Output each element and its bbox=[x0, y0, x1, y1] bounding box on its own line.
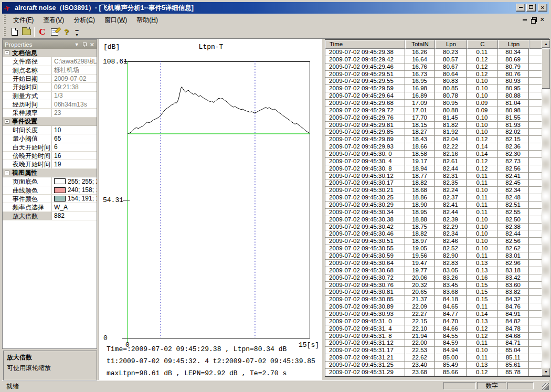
table-scrollbar[interactable]: ▲ ▼ bbox=[542, 40, 550, 376]
table-row[interactable]: 2009-07-02 09:45:29.8918.4382.040.1282.1… bbox=[325, 136, 542, 143]
property-row[interactable]: 开始时间09:21:38 bbox=[3, 83, 97, 91]
scroll-down-arrow-icon[interactable]: ▼ bbox=[542, 368, 550, 376]
property-row[interactable]: 放大倍数882 bbox=[3, 212, 97, 220]
property-value[interactable]: 16 bbox=[52, 152, 97, 160]
help-button[interactable]: ? bbox=[60, 26, 72, 38]
menubar-grip[interactable] bbox=[4, 15, 6, 24]
property-value[interactable]: 2009-07-02 bbox=[52, 75, 97, 82]
column-header-lpn[interactable]: Lpn bbox=[435, 40, 467, 49]
table-row[interactable]: 2009-07-02 09:45:29.3816.2680.230.1180.3… bbox=[325, 49, 542, 56]
menu-item-analysis[interactable]: 分析(C) bbox=[69, 15, 100, 25]
property-value[interactable]: 6 bbox=[52, 143, 97, 151]
table-row[interactable]: 2009-07-02 09:45:29.5516.9580.830.1080.9… bbox=[325, 78, 542, 85]
panel-pin-icon[interactable] bbox=[82, 42, 87, 47]
minimize-button[interactable] bbox=[516, 4, 525, 12]
table-row[interactable]: 2009-07-02 09:45:29.8518.2781.920.1082.0… bbox=[325, 129, 542, 136]
table-row[interactable]: 2009-07-02 09:45:30.2918.9082.410.1182.5… bbox=[325, 202, 542, 209]
table-row[interactable]: 2009-07-02 09:45:31. 821.9484.550.1284.6… bbox=[325, 333, 542, 340]
property-value[interactable]: C:\awa6298\机场 bbox=[52, 57, 97, 65]
menu-item-help[interactable]: 帮助(H) bbox=[132, 15, 163, 25]
property-row[interactable]: 文件路径C:\awa6298\机场 bbox=[3, 57, 97, 66]
property-row[interactable]: 采样频率23 bbox=[3, 109, 97, 117]
table-row[interactable]: 2009-07-02 09:45:30.2118.6882.240.1082.3… bbox=[325, 187, 542, 194]
property-row[interactable]: 测量方式1/3 bbox=[3, 92, 97, 100]
table-row[interactable]: 2009-07-02 09:45:31.2122.6285.000.1185.1… bbox=[325, 354, 542, 362]
collapse-minus-icon[interactable]: − bbox=[5, 119, 9, 124]
scrollbar-thumb[interactable] bbox=[542, 49, 550, 89]
property-row[interactable]: 经历时间06h34m13s bbox=[3, 100, 97, 109]
column-header-ltpn[interactable]: Ltpn bbox=[498, 40, 529, 49]
panel-close-icon[interactable]: ✕ bbox=[90, 42, 94, 47]
table-row[interactable]: 2009-07-02 09:45:31. 422.1084.660.1284.7… bbox=[325, 325, 542, 333]
property-value[interactable]: 10 bbox=[52, 126, 97, 134]
mdi-close-icon[interactable]: ✕ bbox=[540, 15, 545, 24]
properties-button[interactable] bbox=[48, 26, 60, 38]
table-row[interactable]: 2009-07-02 09:45:30.1218.7782.310.1182.4… bbox=[325, 173, 542, 180]
property-row[interactable]: 夜晚开始时间19 bbox=[3, 160, 97, 168]
table-row[interactable]: 2009-07-02 09:45:30.5519.0582.520.1082.6… bbox=[325, 245, 542, 252]
close-button[interactable]: ✕ bbox=[538, 4, 547, 12]
table-row[interactable]: 2009-07-02 09:45:30.8922.0984.650.1184.7… bbox=[325, 303, 542, 311]
table-row[interactable]: 2009-07-02 09:45:29.5116.7380.640.1280.7… bbox=[325, 71, 542, 78]
table-row[interactable]: 2009-07-02 09:45:30.1718.8282.350.1182.4… bbox=[325, 179, 542, 187]
property-value[interactable]: W_A bbox=[52, 203, 97, 211]
property-value[interactable]: 09:21:38 bbox=[52, 83, 97, 91]
table-row[interactable]: 2009-07-02 09:45:29.5916.9880.850.1080.9… bbox=[325, 85, 542, 92]
resize-grip[interactable] bbox=[542, 383, 549, 390]
property-row[interactable]: 曲线颜色240; 158; 158 bbox=[3, 186, 97, 195]
table-row[interactable]: 2009-07-02 09:45:29.4216.6480.570.1280.6… bbox=[325, 56, 542, 63]
property-row[interactable]: 页面底色255; 255; 255 bbox=[3, 177, 97, 186]
table-row[interactable]: 2009-07-02 09:45:31.1222.0084.590.1184.7… bbox=[325, 340, 542, 347]
property-value[interactable]: 栎社机场 bbox=[52, 66, 97, 74]
menu-item-view[interactable]: 查看(V) bbox=[38, 15, 69, 25]
table-row[interactable]: 2009-07-02 09:45:31.2923.6885.660.1285.7… bbox=[325, 369, 542, 376]
property-row[interactable]: 开始日期2009-07-02 bbox=[3, 75, 97, 83]
table-row[interactable]: 2009-07-02 09:45:30.7220.0683.260.1683.4… bbox=[325, 274, 542, 282]
property-row[interactable]: 时间长度10 bbox=[3, 126, 97, 134]
table-row[interactable]: 2009-07-02 09:45:31.1722.5384.940.1085.0… bbox=[325, 347, 542, 354]
table-row[interactable]: 2009-07-02 09:45:29.6817.0980.950.0981.0… bbox=[325, 100, 542, 107]
toolbar-overflow-button[interactable]: ▔▾ bbox=[73, 26, 80, 38]
table-row[interactable]: 2009-07-02 09:45:30.9322.2784.770.1484.9… bbox=[325, 311, 542, 318]
property-value[interactable]: 154; 191; 186 bbox=[52, 195, 97, 203]
column-header-c[interactable]: C bbox=[467, 40, 498, 49]
property-section-header[interactable]: −文档信息 bbox=[3, 49, 97, 57]
collapse-minus-icon[interactable]: − bbox=[5, 50, 9, 55]
table-row[interactable]: 2009-07-02 09:45:30.8120.6583.680.1583.8… bbox=[325, 289, 542, 296]
property-section-header[interactable]: −视图属性 bbox=[3, 169, 97, 177]
table-row[interactable]: 2009-07-02 09:45:30.4218.7582.290.1082.3… bbox=[325, 224, 542, 231]
table-row[interactable]: 2009-07-02 09:45:30.5118.9782.460.1082.5… bbox=[325, 238, 542, 245]
property-row[interactable]: 最小阈值65 bbox=[3, 134, 97, 143]
table-row[interactable]: 2009-07-02 09:45:30.3418.9582.440.1182.5… bbox=[325, 209, 542, 216]
property-value[interactable]: 06h34m13s bbox=[52, 100, 97, 108]
property-row[interactable]: 白天开始时间6 bbox=[3, 143, 97, 152]
properties-panel-header[interactable]: Properties ▼ ✕ bbox=[3, 40, 97, 49]
table-row[interactable]: 2009-07-02 09:45:29.6416.8980.780.1080.8… bbox=[325, 92, 542, 100]
property-row[interactable]: 频率点选择W_A bbox=[3, 203, 97, 211]
new-document-button[interactable] bbox=[8, 26, 20, 38]
table-row[interactable]: 2009-07-02 09:45:30.3818.8882.390.1082.5… bbox=[325, 216, 542, 224]
c-weighting-button[interactable]: C bbox=[36, 26, 48, 38]
chart-view[interactable]: [dB] Ltpn-T 108.61 54.31 0 0 15[s] Time=… bbox=[99, 39, 322, 380]
table-row[interactable]: 2009-07-02 09:45:29.7617.7081.450.1081.5… bbox=[325, 114, 542, 122]
table-row[interactable]: 2009-07-02 09:45:29.8118.1581.820.1081.9… bbox=[325, 122, 542, 129]
table-row[interactable]: 2009-07-02 09:45:30. 818.9482.440.1282.5… bbox=[325, 165, 542, 173]
property-value[interactable]: 240; 158; 158 bbox=[52, 186, 97, 194]
table-row[interactable]: 2009-07-02 09:45:30.6819.7783.050.1383.1… bbox=[325, 267, 542, 274]
property-row[interactable]: 测点名称栎社机场 bbox=[3, 66, 97, 75]
property-value[interactable]: 882 bbox=[52, 212, 97, 220]
mdi-minimize-icon[interactable] bbox=[523, 15, 527, 24]
column-header-totaln[interactable]: TotalN bbox=[405, 40, 435, 49]
table-row[interactable]: 2009-07-02 09:45:30. 018.5882.160.1482.3… bbox=[325, 151, 542, 158]
maximize-button[interactable] bbox=[526, 4, 536, 12]
table-row[interactable]: 2009-07-02 09:45:30.4618.8282.340.1082.4… bbox=[325, 230, 542, 238]
mdi-restore-icon[interactable] bbox=[531, 17, 536, 22]
table-row[interactable]: 2009-07-02 09:45:30.5919.5682.900.1183.0… bbox=[325, 252, 542, 260]
property-row[interactable]: 傍晚开始时间16 bbox=[3, 152, 97, 160]
property-value[interactable]: 1/3 bbox=[52, 92, 97, 100]
toolbar-grip[interactable] bbox=[4, 27, 6, 37]
property-value[interactable]: 255; 255; 255 bbox=[52, 177, 97, 185]
property-value[interactable]: 65 bbox=[52, 134, 97, 142]
scroll-up-arrow-icon[interactable]: ▲ bbox=[542, 40, 550, 48]
table-row[interactable]: 2009-07-02 09:45:30.7620.3283.450.1583.6… bbox=[325, 282, 542, 289]
